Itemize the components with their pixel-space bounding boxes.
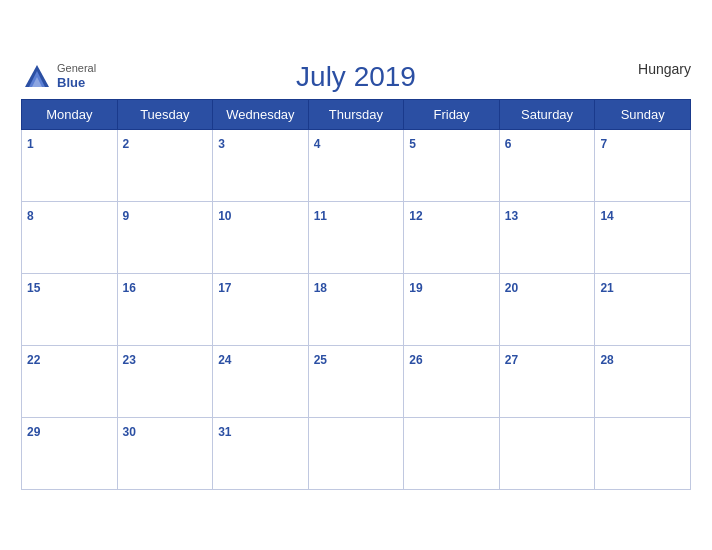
calendar-header: General Blue July 2019 Hungary bbox=[21, 61, 691, 93]
date-number: 18 bbox=[314, 281, 327, 295]
header-monday: Monday bbox=[22, 99, 118, 129]
calendar-cell: 29 bbox=[22, 417, 118, 489]
date-number: 11 bbox=[314, 209, 327, 223]
calendar-cell: 26 bbox=[404, 345, 500, 417]
calendar-cell: 18 bbox=[308, 273, 404, 345]
date-number: 9 bbox=[123, 209, 130, 223]
logo-icon bbox=[21, 61, 53, 93]
calendar-cell bbox=[308, 417, 404, 489]
calendar-cell: 6 bbox=[499, 129, 595, 201]
header-wednesday: Wednesday bbox=[213, 99, 309, 129]
date-number: 14 bbox=[600, 209, 613, 223]
calendar-cell: 9 bbox=[117, 201, 213, 273]
week-row-2: 891011121314 bbox=[22, 201, 691, 273]
date-number: 17 bbox=[218, 281, 231, 295]
date-number: 24 bbox=[218, 353, 231, 367]
calendar-cell bbox=[404, 417, 500, 489]
calendar-cell: 13 bbox=[499, 201, 595, 273]
calendar-cell: 10 bbox=[213, 201, 309, 273]
logo-general-text: General bbox=[57, 62, 96, 75]
week-row-1: 1234567 bbox=[22, 129, 691, 201]
calendar-cell: 1 bbox=[22, 129, 118, 201]
date-number: 4 bbox=[314, 137, 321, 151]
calendar-cell: 30 bbox=[117, 417, 213, 489]
date-number: 30 bbox=[123, 425, 136, 439]
date-number: 13 bbox=[505, 209, 518, 223]
header-tuesday: Tuesday bbox=[117, 99, 213, 129]
date-number: 8 bbox=[27, 209, 34, 223]
date-number: 22 bbox=[27, 353, 40, 367]
logo-area: General Blue bbox=[21, 61, 96, 93]
logo-container: General Blue bbox=[21, 61, 96, 93]
calendar-cell: 3 bbox=[213, 129, 309, 201]
calendar-cell: 19 bbox=[404, 273, 500, 345]
date-number: 16 bbox=[123, 281, 136, 295]
date-number: 1 bbox=[27, 137, 34, 151]
date-number: 20 bbox=[505, 281, 518, 295]
calendar-cell: 20 bbox=[499, 273, 595, 345]
calendar-cell: 15 bbox=[22, 273, 118, 345]
date-number: 25 bbox=[314, 353, 327, 367]
header-thursday: Thursday bbox=[308, 99, 404, 129]
date-number: 31 bbox=[218, 425, 231, 439]
calendar-cell: 24 bbox=[213, 345, 309, 417]
date-number: 28 bbox=[600, 353, 613, 367]
date-number: 7 bbox=[600, 137, 607, 151]
calendar-cell: 16 bbox=[117, 273, 213, 345]
date-number: 26 bbox=[409, 353, 422, 367]
calendar-table: Monday Tuesday Wednesday Thursday Friday… bbox=[21, 99, 691, 490]
date-number: 3 bbox=[218, 137, 225, 151]
date-number: 19 bbox=[409, 281, 422, 295]
calendar-cell: 28 bbox=[595, 345, 691, 417]
calendar-cell bbox=[595, 417, 691, 489]
date-number: 6 bbox=[505, 137, 512, 151]
calendar-cell: 25 bbox=[308, 345, 404, 417]
date-number: 29 bbox=[27, 425, 40, 439]
calendar-wrapper: General Blue July 2019 Hungary Monday Tu… bbox=[11, 51, 701, 500]
calendar-cell: 5 bbox=[404, 129, 500, 201]
weekday-header-row: Monday Tuesday Wednesday Thursday Friday… bbox=[22, 99, 691, 129]
country-label: Hungary bbox=[638, 61, 691, 77]
header-saturday: Saturday bbox=[499, 99, 595, 129]
header-sunday: Sunday bbox=[595, 99, 691, 129]
calendar-cell: 22 bbox=[22, 345, 118, 417]
calendar-cell: 2 bbox=[117, 129, 213, 201]
calendar-cell: 14 bbox=[595, 201, 691, 273]
calendar-cell: 7 bbox=[595, 129, 691, 201]
date-number: 21 bbox=[600, 281, 613, 295]
week-row-3: 15161718192021 bbox=[22, 273, 691, 345]
date-number: 2 bbox=[123, 137, 130, 151]
calendar-cell: 23 bbox=[117, 345, 213, 417]
logo-blue-text: Blue bbox=[57, 75, 96, 91]
header-friday: Friday bbox=[404, 99, 500, 129]
week-row-5: 293031 bbox=[22, 417, 691, 489]
date-number: 5 bbox=[409, 137, 416, 151]
calendar-cell: 17 bbox=[213, 273, 309, 345]
logo-words: General Blue bbox=[57, 62, 96, 91]
date-number: 15 bbox=[27, 281, 40, 295]
date-number: 23 bbox=[123, 353, 136, 367]
calendar-cell: 8 bbox=[22, 201, 118, 273]
calendar-cell: 31 bbox=[213, 417, 309, 489]
calendar-title: July 2019 bbox=[21, 61, 691, 93]
calendar-cell: 21 bbox=[595, 273, 691, 345]
date-number: 27 bbox=[505, 353, 518, 367]
date-number: 12 bbox=[409, 209, 422, 223]
calendar-cell: 12 bbox=[404, 201, 500, 273]
calendar-cell: 27 bbox=[499, 345, 595, 417]
calendar-cell: 4 bbox=[308, 129, 404, 201]
date-number: 10 bbox=[218, 209, 231, 223]
calendar-cell: 11 bbox=[308, 201, 404, 273]
calendar-cell bbox=[499, 417, 595, 489]
week-row-4: 22232425262728 bbox=[22, 345, 691, 417]
